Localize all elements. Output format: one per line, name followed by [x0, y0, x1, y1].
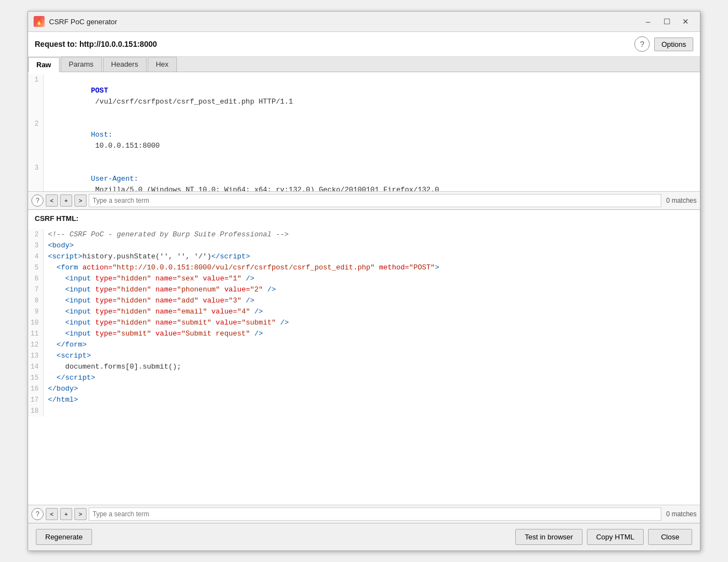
- request-bar: Request to: http://10.0.0.151:8000 ? Opt…: [28, 32, 700, 57]
- table-row: 14 document.forms[0].submit();: [28, 361, 700, 372]
- title-bar-left: 🔥 CSRF PoC generator: [34, 16, 117, 27]
- tab-raw[interactable]: Raw: [28, 57, 60, 72]
- help-button[interactable]: ?: [634, 36, 650, 52]
- search-help-button-bottom[interactable]: ?: [31, 508, 44, 520]
- bottom-action-bar: Regenerate Test in browser Copy HTML Clo…: [28, 523, 700, 550]
- search-bar-top: ? < + > 0 matches: [28, 191, 700, 209]
- table-row: 10 <input type="hidden" name="submit" va…: [28, 317, 700, 328]
- table-row: 2 <!-- CSRF PoC - generated by Burp Suit…: [28, 229, 700, 240]
- table-row: 6 <input type="hidden" name="sex" value=…: [28, 273, 700, 284]
- search-next-button-bottom[interactable]: >: [74, 508, 87, 520]
- table-row: 2 Host: 10.0.0.151:8000: [28, 118, 700, 163]
- search-prev-button-bottom[interactable]: <: [46, 508, 58, 520]
- request-url: Request to: http://10.0.0.151:8000: [35, 40, 157, 48]
- window-title: CSRF PoC generator: [49, 18, 117, 26]
- table-row: 17 </html>: [28, 395, 700, 406]
- table-row: 13 <script>: [28, 350, 700, 361]
- matches-badge-bottom: 0 matches: [664, 510, 697, 518]
- search-prev-button-top[interactable]: <: [46, 194, 58, 207]
- close-button[interactable]: Close: [648, 529, 692, 545]
- table-row: 3 <body>: [28, 240, 700, 251]
- table-row: 8 <input type="hidden" name="add" value=…: [28, 295, 700, 306]
- request-bar-right: ? Options: [634, 36, 693, 52]
- search-next-button-top[interactable]: >: [74, 194, 87, 207]
- regenerate-button[interactable]: Regenerate: [36, 529, 92, 545]
- request-section: 1 POST /vul/csrf/csrfpost/csrf_post_edit…: [28, 72, 700, 210]
- tab-headers[interactable]: Headers: [103, 57, 147, 72]
- table-row: 18: [28, 406, 700, 417]
- search-add-button-top[interactable]: +: [60, 194, 72, 207]
- options-button[interactable]: Options: [654, 37, 693, 51]
- main-window: 🔥 CSRF PoC generator – ☐ ✕ Request to: h…: [28, 11, 700, 551]
- table-row: 1 POST /vul/csrf/csrfpost/csrf_post_edit…: [28, 74, 700, 118]
- copy-html-button[interactable]: Copy HTML: [587, 529, 644, 545]
- title-controls: – ☐ ✕: [639, 15, 694, 28]
- table-row: 16 </body>: [28, 383, 700, 395]
- csrf-section: CSRF HTML: 2 <!-- CSRF PoC - generated b…: [28, 210, 700, 523]
- maximize-button[interactable]: ☐: [658, 15, 676, 28]
- matches-badge-top: 0 matches: [664, 197, 697, 204]
- table-row: 5 <form action="http://10.0.0.151:8000/v…: [28, 262, 700, 273]
- search-input-bottom[interactable]: [89, 507, 661, 521]
- search-input-top[interactable]: [89, 194, 661, 207]
- table-row: 3 User-Agent: Mozilla/5.0 (Windows NT 10…: [28, 163, 700, 191]
- app-icon: 🔥: [34, 16, 45, 27]
- search-help-button-top[interactable]: ?: [31, 194, 44, 207]
- close-window-button[interactable]: ✕: [677, 15, 694, 28]
- search-add-button-bottom[interactable]: +: [60, 508, 72, 520]
- table-row: 15 </script>: [28, 372, 700, 383]
- test-in-browser-button[interactable]: Test in browser: [515, 529, 582, 545]
- title-bar: 🔥 CSRF PoC generator – ☐ ✕: [28, 12, 700, 32]
- table-row: 9 <input type="hidden" name="email" valu…: [28, 306, 700, 317]
- request-code-area: 1 POST /vul/csrf/csrfpost/csrf_post_edit…: [28, 72, 700, 191]
- tab-bar: Raw Params Headers Hex: [28, 57, 700, 72]
- minimize-button[interactable]: –: [639, 15, 657, 28]
- table-row: 11 <input type="submit" value="Submit re…: [28, 328, 700, 339]
- tab-hex[interactable]: Hex: [148, 57, 177, 72]
- table-row: 12 </form>: [28, 339, 700, 350]
- tab-params[interactable]: Params: [61, 57, 102, 72]
- table-row: 7 <input type="hidden" name="phonenum" v…: [28, 284, 700, 295]
- csrf-section-label: CSRF HTML:: [28, 210, 700, 227]
- csrf-code-area: 2 <!-- CSRF PoC - generated by Burp Suit…: [28, 227, 700, 505]
- search-bar-bottom: ? < + > 0 matches: [28, 505, 700, 523]
- table-row: 4 <script>history.pushState('', '', '/')…: [28, 251, 700, 262]
- right-actions: Test in browser Copy HTML Close: [515, 529, 692, 545]
